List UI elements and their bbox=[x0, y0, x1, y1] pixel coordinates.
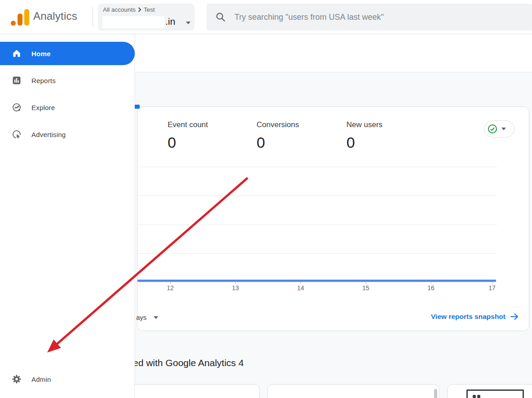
logo-dot bbox=[11, 21, 16, 26]
metric-value: 0 bbox=[257, 134, 299, 151]
x-axis-tick bbox=[492, 282, 492, 284]
brand-title: Analytics bbox=[33, 10, 77, 22]
breadcrumb-account-name: Test bbox=[144, 6, 155, 13]
x-axis-label: 13 bbox=[226, 284, 244, 292]
data-quality-dropdown[interactable] bbox=[484, 120, 514, 137]
analytics-home-page: Analytics All accounts Test .in bbox=[0, 0, 532, 398]
appbar-divider bbox=[93, 7, 93, 27]
property-name-redacted bbox=[102, 16, 164, 28]
x-axis-label: 17 bbox=[483, 284, 501, 292]
card-scrollbar-thumb[interactable] bbox=[434, 389, 437, 398]
x-axis-tick bbox=[235, 282, 236, 284]
home-icon bbox=[12, 49, 21, 58]
explore-compass-icon bbox=[12, 103, 21, 112]
property-caret-down-icon[interactable] bbox=[186, 22, 191, 24]
illustration-dot bbox=[477, 395, 480, 398]
metric-label: Event count bbox=[168, 120, 208, 129]
chart-gridline bbox=[137, 195, 497, 196]
arrow-right-icon[interactable] bbox=[510, 313, 519, 321]
breadcrumb-accounts-label: All accounts bbox=[103, 6, 136, 13]
sidebar-item-explore[interactable]: Explore bbox=[0, 96, 135, 119]
advertising-target-icon bbox=[12, 130, 21, 139]
x-axis-label: 14 bbox=[292, 284, 310, 292]
x-axis-label: 16 bbox=[422, 284, 440, 292]
sidebar-item-label: Explore bbox=[31, 104, 55, 111]
illustration-dot bbox=[473, 395, 476, 398]
property-name-suffix: .in bbox=[165, 16, 175, 27]
home-overview-card: Event count 0 Conversions 0 New users 0 bbox=[137, 106, 529, 331]
search-bar[interactable] bbox=[207, 4, 532, 31]
date-range-dropdown[interactable]: ays bbox=[136, 314, 158, 321]
metric-value: 0 bbox=[168, 134, 208, 151]
date-range-label-truncated: ays bbox=[136, 314, 146, 321]
breadcrumb: All accounts Test bbox=[103, 6, 155, 13]
chart-gridline bbox=[137, 225, 497, 225]
bar-chart-icon bbox=[12, 76, 21, 85]
x-axis-tick bbox=[301, 282, 301, 284]
search-icon bbox=[216, 12, 226, 22]
app-bar: Analytics All accounts Test .in bbox=[0, 0, 532, 34]
gear-icon bbox=[12, 375, 21, 384]
caret-down-icon bbox=[154, 316, 158, 319]
sidebar-item-label: Home bbox=[31, 50, 50, 57]
account-property-picker[interactable]: All accounts Test .in bbox=[98, 4, 195, 31]
chart-gridline bbox=[137, 253, 497, 254]
search-input[interactable] bbox=[234, 12, 503, 22]
sidebar-item-advertising[interactable]: Advertising bbox=[0, 123, 135, 146]
green-check-icon bbox=[488, 124, 497, 134]
getting-started-card[interactable] bbox=[267, 384, 439, 398]
metric-value: 0 bbox=[346, 134, 382, 151]
x-axis-label: 12 bbox=[161, 284, 179, 292]
section-heading-truncated: ed with Google Analytics 4 bbox=[133, 358, 244, 368]
chart-gridline bbox=[137, 167, 497, 167]
chevron-right-icon bbox=[138, 7, 142, 12]
sidebar-item-reports[interactable]: Reports bbox=[0, 69, 135, 92]
metric-new-users[interactable]: New users 0 bbox=[346, 120, 382, 151]
logo-bar-mid bbox=[18, 13, 22, 26]
sidebar-item-admin[interactable]: Admin bbox=[0, 367, 135, 391]
metric-label: Conversions bbox=[257, 120, 299, 129]
metric-label: New users bbox=[346, 120, 382, 129]
x-axis-tick bbox=[431, 282, 431, 284]
left-navigation: Home Reports Explore bbox=[0, 34, 135, 398]
getting-started-card[interactable] bbox=[127, 384, 260, 398]
view-reports-snapshot-link[interactable]: View reports snapshot bbox=[431, 313, 505, 321]
metric-conversions[interactable]: Conversions 0 bbox=[257, 120, 299, 151]
chart-series-line bbox=[137, 280, 496, 282]
x-axis-tick bbox=[366, 282, 366, 284]
x-axis-tick bbox=[170, 282, 171, 284]
sidebar-item-home[interactable]: Home bbox=[0, 42, 135, 65]
sidebar-item-label: Advertising bbox=[31, 131, 66, 138]
logo-bar-tall bbox=[24, 9, 29, 26]
caret-down-icon bbox=[501, 128, 506, 130]
google-analytics-logo-icon[interactable] bbox=[9, 8, 31, 26]
window-illustration bbox=[466, 389, 524, 398]
sidebar-item-label: Reports bbox=[31, 77, 56, 84]
sidebar-item-label: Admin bbox=[31, 376, 51, 383]
metric-event-count[interactable]: Event count 0 bbox=[168, 120, 208, 151]
x-axis-label: 15 bbox=[357, 284, 375, 292]
